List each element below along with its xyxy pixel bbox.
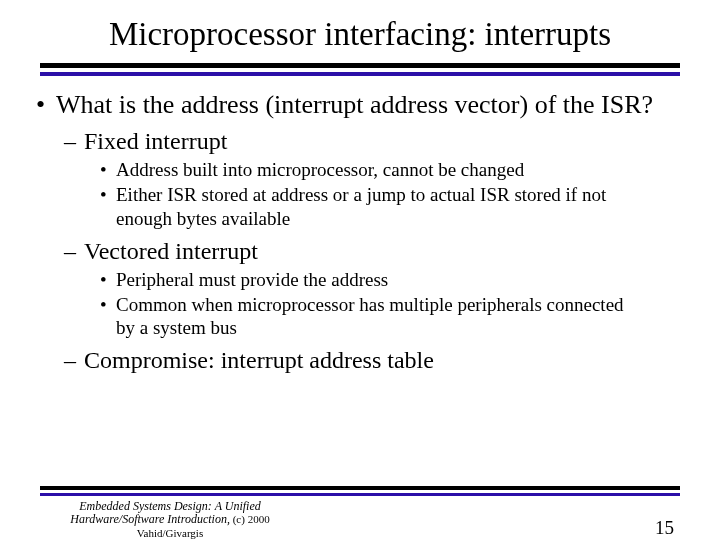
footer-book-line1: Embedded Systems Design: A Unified (79, 499, 261, 513)
page-number: 15 (655, 517, 680, 540)
bullet-detail: Address built into microprocessor, canno… (100, 158, 684, 181)
footer-book-line2a: Hardware/Software Introduction, (70, 512, 230, 526)
bullet-sub-fixed: Fixed interrupt (64, 126, 684, 156)
slide-footer: Embedded Systems Design: A Unified Hardw… (0, 486, 720, 524)
slide: Microprocessor interfacing: interrupts W… (0, 0, 720, 540)
bullet-detail: Peripheral must provide the address (100, 268, 684, 291)
bullet-detail: Common when microprocessor has multiple … (100, 293, 684, 339)
bullet-sub-vectored: Vectored interrupt (64, 236, 684, 266)
bullet-detail: Either ISR stored at address or a jump t… (100, 183, 684, 229)
bullet-main: What is the address (interrupt address v… (36, 90, 684, 121)
footer-divider (40, 486, 680, 496)
bullet-sub-compromise: Compromise: interrupt address table (64, 345, 684, 375)
slide-title: Microprocessor interfacing: interrupts (0, 0, 720, 63)
slide-content: What is the address (interrupt address v… (0, 90, 720, 376)
title-divider (40, 63, 680, 76)
footer-book-citation: Embedded Systems Design: A Unified Hardw… (40, 500, 300, 541)
